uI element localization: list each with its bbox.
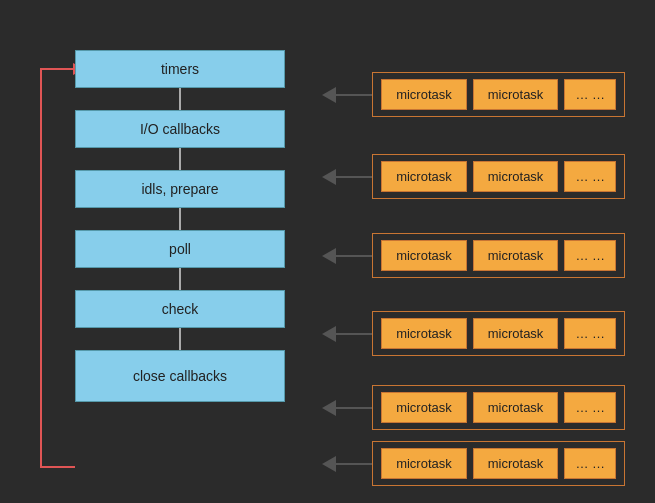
connector-4 bbox=[179, 268, 181, 290]
microtask-dots-close: … … bbox=[564, 448, 616, 479]
connector-1 bbox=[179, 88, 181, 110]
microtask-box-idls-2: microtask bbox=[473, 240, 559, 271]
microtask-row-close: microtask microtask … … bbox=[322, 441, 625, 486]
microtask-box-close-1: microtask bbox=[381, 448, 467, 479]
microtask-row-timers: microtask microtask … … bbox=[322, 72, 625, 117]
microtask-box-poll-2: microtask bbox=[473, 318, 559, 349]
microtask-dots-check: … … bbox=[564, 392, 616, 423]
microtask-box-check-1: microtask bbox=[381, 392, 467, 423]
microtask-group-timers: microtask microtask … … bbox=[372, 72, 625, 117]
phase-box-io-callbacks: I/O callbacks bbox=[75, 110, 285, 148]
phase-box-check: check bbox=[75, 290, 285, 328]
phase-label-io-callbacks: I/O callbacks bbox=[140, 121, 220, 137]
microtask-dots: … … bbox=[564, 79, 616, 110]
phase-label-close-callbacks: close callbacks bbox=[133, 368, 227, 384]
microtask-group-poll: microtask microtask … … bbox=[372, 311, 625, 356]
microtask-group-check: microtask microtask … … bbox=[372, 385, 625, 430]
microtask-box-2: microtask bbox=[473, 79, 559, 110]
microtask-box-close-2: microtask bbox=[473, 448, 559, 479]
microtask-row-check: microtask microtask … … bbox=[322, 385, 625, 430]
microtask-dots-poll: … … bbox=[564, 318, 616, 349]
microtask-group-io: microtask microtask … … bbox=[372, 154, 625, 199]
phase-box-idls-prepare: idls, prepare bbox=[75, 170, 285, 208]
phase-label-check: check bbox=[162, 301, 199, 317]
phase-label-timers: timers bbox=[161, 61, 199, 77]
event-loop-diagram: timers I/O callbacks idls, prepare poll … bbox=[0, 0, 655, 503]
microtask-row-poll: microtask microtask … … bbox=[322, 311, 625, 356]
microtask-box-check-2: microtask bbox=[473, 392, 559, 423]
connector-3 bbox=[179, 208, 181, 230]
microtask-row-idls: microtask microtask … … bbox=[322, 233, 625, 278]
microtask-box-poll-1: microtask bbox=[381, 318, 467, 349]
microtask-box-1: microtask bbox=[381, 79, 467, 110]
phase-column: timers I/O callbacks idls, prepare poll … bbox=[75, 50, 285, 402]
microtask-dots-idls: … … bbox=[564, 240, 616, 271]
microtask-group-close: microtask microtask … … bbox=[372, 441, 625, 486]
microtask-box-io-2: microtask bbox=[473, 161, 559, 192]
microtask-box-io-1: microtask bbox=[381, 161, 467, 192]
microtask-group-idls: microtask microtask … … bbox=[372, 233, 625, 278]
loop-arrow bbox=[40, 68, 75, 468]
phase-label-idls-prepare: idls, prepare bbox=[141, 181, 218, 197]
phase-box-close-callbacks: close callbacks bbox=[75, 350, 285, 402]
connector-2 bbox=[179, 148, 181, 170]
microtask-box-idls-1: microtask bbox=[381, 240, 467, 271]
phase-box-poll: poll bbox=[75, 230, 285, 268]
microtask-dots-io: … … bbox=[564, 161, 616, 192]
connector-5 bbox=[179, 328, 181, 350]
microtask-row-io: microtask microtask … … bbox=[322, 154, 625, 199]
phase-label-poll: poll bbox=[169, 241, 191, 257]
phase-box-timers: timers bbox=[75, 50, 285, 88]
